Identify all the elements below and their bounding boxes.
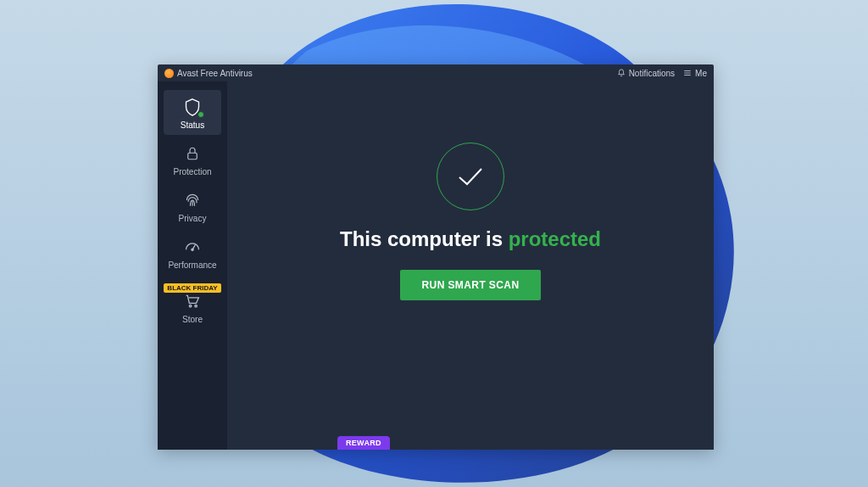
status-prefix: This computer is <box>340 227 509 250</box>
bell-icon <box>617 69 626 77</box>
sidebar-item-store[interactable]: BLACK FRIDAY Store <box>164 277 221 329</box>
sidebar-item-status[interactable]: Status <box>164 90 221 135</box>
svg-point-6 <box>195 305 197 307</box>
menu-button[interactable]: Me <box>683 69 707 78</box>
sidebar-item-label: Performance <box>168 260 216 270</box>
menu-icon <box>683 69 692 77</box>
sidebar-item-label: Status <box>181 120 204 130</box>
fingerprint-icon <box>184 192 201 209</box>
status-circle <box>437 143 504 210</box>
run-smart-scan-button[interactable]: RUN SMART SCAN <box>400 270 542 300</box>
svg-point-5 <box>189 305 191 307</box>
status-title: This computer is protected <box>340 227 601 251</box>
sidebar: Status Protection Privacy <box>158 81 227 450</box>
reward-tab[interactable]: REWARD <box>337 436 390 450</box>
titlebar: Avast Free Antivirus Notifications Me <box>158 64 714 81</box>
sidebar-item-label: Store <box>182 315 203 324</box>
sidebar-item-performance[interactable]: Performance <box>164 230 221 275</box>
app-window: Avast Free Antivirus Notifications Me <box>158 64 714 450</box>
sidebar-item-privacy[interactable]: Privacy <box>164 183 221 228</box>
cart-icon <box>184 294 201 309</box>
svg-rect-3 <box>188 153 198 160</box>
sidebar-item-label: Protection <box>173 167 211 176</box>
status-ok-dot-icon <box>198 111 204 118</box>
app-title: Avast Free Antivirus <box>177 69 253 78</box>
notifications-label: Notifications <box>629 69 675 78</box>
svg-point-4 <box>192 249 193 250</box>
avast-logo-icon <box>164 69 174 78</box>
sidebar-item-label: Privacy <box>179 214 207 223</box>
checkmark-icon <box>456 165 485 188</box>
gauge-icon <box>184 238 201 255</box>
lock-icon <box>185 145 200 162</box>
notifications-button[interactable]: Notifications <box>617 69 675 78</box>
menu-label: Me <box>695 69 707 78</box>
sidebar-item-protection[interactable]: Protection <box>164 137 221 182</box>
status-word: protected <box>509 227 601 250</box>
main-panel: This computer is protected RUN SMART SCA… <box>227 81 714 450</box>
